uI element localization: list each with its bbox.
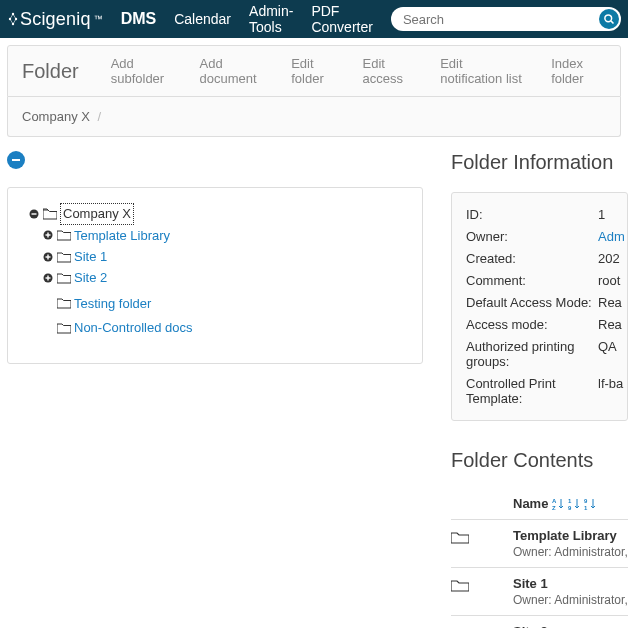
svg-point-4 [605, 15, 612, 22]
content-row[interactable]: Template Library Owner: Administrator, C [451, 520, 628, 568]
folder-tree-panel: Company X Template Library Si [7, 187, 423, 364]
info-value-dam: Rea [598, 295, 622, 310]
left-column: Company X Template Library Si [7, 151, 423, 628]
trademark-symbol: ™ [94, 14, 103, 24]
svg-text:1: 1 [584, 505, 588, 511]
action-edit-notification[interactable]: Edit notification list [440, 56, 527, 86]
svg-rect-6 [12, 159, 20, 161]
brand-icon [8, 11, 18, 27]
tree-node[interactable]: Site 2 [74, 268, 107, 288]
action-edit-folder[interactable]: Edit folder [291, 56, 338, 86]
tree-node[interactable]: Non-Controlled docs [74, 318, 193, 338]
info-value-comment: root [598, 273, 620, 288]
info-label-id: ID: [466, 207, 598, 222]
nav-calendar[interactable]: Calendar [174, 11, 231, 27]
content-item-title: Site 1 [513, 576, 628, 591]
content-row[interactable]: Site 1 Owner: Administrator, C [451, 568, 628, 616]
info-value-owner[interactable]: Adm [598, 229, 625, 244]
info-label-am: Access mode: [466, 317, 598, 332]
search-input[interactable] [391, 7, 621, 31]
folder-icon [451, 578, 469, 592]
svg-text:A: A [552, 498, 557, 504]
content-item-title: Template Library [513, 528, 628, 543]
nav-admin-tools[interactable]: Admin-Tools [249, 3, 293, 35]
svg-text:9: 9 [568, 505, 572, 511]
minus-icon [11, 155, 21, 165]
content-item-sub: Owner: Administrator, C [513, 593, 628, 607]
sort-numeric-desc-icon[interactable]: 91 [584, 497, 596, 511]
breadcrumb-item[interactable]: Company X [22, 109, 90, 124]
svg-text:1: 1 [568, 498, 572, 504]
action-edit-access[interactable]: Edit access [362, 56, 416, 86]
svg-rect-17 [47, 275, 48, 280]
tree-node-root[interactable]: Company X [60, 203, 134, 225]
breadcrumb: Company X / [22, 109, 105, 124]
contents-header: Name AZ 19 91 [451, 490, 628, 520]
folder-info-title: Folder Information [451, 151, 628, 174]
action-add-subfolder[interactable]: Add subfolder [111, 56, 176, 86]
info-label-apg: Authorized printing groups: [466, 339, 598, 369]
toolbar: Folder Add subfolder Add document Edit f… [7, 45, 621, 97]
name-column-header[interactable]: Name [513, 496, 548, 511]
expander-expand-icon[interactable] [42, 229, 54, 241]
folder-info-panel: ID:1 Owner:Adm Created:202 Comment:root … [451, 192, 628, 421]
info-label-cpt: Controlled Print Template: [466, 376, 598, 406]
folder-icon [57, 322, 71, 334]
search-button[interactable] [599, 9, 619, 29]
collapse-all-button[interactable] [7, 151, 25, 169]
info-value-apg: QA [598, 339, 617, 369]
breadcrumb-bar: Company X / [7, 97, 621, 137]
sort-numeric-asc-icon[interactable]: 19 [568, 497, 580, 511]
info-value-cpt: lf-ba [598, 376, 623, 406]
svg-rect-8 [32, 213, 37, 214]
sort-alpha-icon[interactable]: AZ [552, 497, 564, 511]
svg-line-5 [611, 21, 614, 24]
svg-text:Z: Z [552, 505, 556, 511]
folder-icon [43, 208, 57, 220]
folder-tree: Company X Template Library Si [20, 203, 410, 338]
top-navbar: Scigeniq ™ DMS Calendar Admin-Tools PDF … [0, 0, 628, 38]
info-value-id: 1 [598, 207, 605, 222]
content-item-sub: Owner: Administrator, C [513, 545, 628, 559]
folder-icon [451, 530, 469, 544]
search-wrap [391, 7, 621, 31]
expander-expand-icon[interactable] [42, 272, 54, 284]
action-index-folder[interactable]: Index folder [551, 56, 606, 86]
toolbar-title: Folder [22, 60, 79, 83]
tree-node[interactable]: Testing folder [74, 294, 151, 314]
svg-rect-11 [47, 233, 48, 238]
svg-rect-14 [47, 254, 48, 259]
info-label-dam: Default Access Mode: [466, 295, 598, 310]
folder-contents-title: Folder Contents [451, 449, 628, 472]
expander-collapse-icon[interactable] [28, 208, 40, 220]
nav-pdf-converter[interactable]: PDF Converter [311, 3, 372, 35]
expander-expand-icon[interactable] [42, 251, 54, 263]
info-label-comment: Comment: [466, 273, 598, 288]
action-add-document[interactable]: Add document [200, 56, 268, 86]
content-item-title: Site 2 [513, 624, 628, 628]
content-row[interactable]: Site 2 Owner: Administrator, C [451, 616, 628, 628]
right-column: Folder Information ID:1 Owner:Adm Create… [451, 151, 628, 628]
main-area: Company X Template Library Si [0, 137, 628, 628]
folder-icon [57, 251, 71, 263]
nav-dms[interactable]: DMS [121, 10, 157, 28]
svg-text:9: 9 [584, 498, 588, 504]
info-value-created: 202 [598, 251, 620, 266]
breadcrumb-separator: / [98, 109, 102, 124]
brand-text: Scigeniq [20, 9, 91, 30]
folder-icon [57, 297, 71, 309]
brand: Scigeniq ™ [8, 9, 103, 30]
folder-icon [57, 272, 71, 284]
folder-icon [57, 229, 71, 241]
info-label-owner: Owner: [466, 229, 598, 244]
info-label-created: Created: [466, 251, 598, 266]
tree-node[interactable]: Site 1 [74, 247, 107, 267]
search-icon [603, 13, 615, 25]
tree-node[interactable]: Template Library [74, 226, 170, 246]
info-value-am: Rea [598, 317, 622, 332]
